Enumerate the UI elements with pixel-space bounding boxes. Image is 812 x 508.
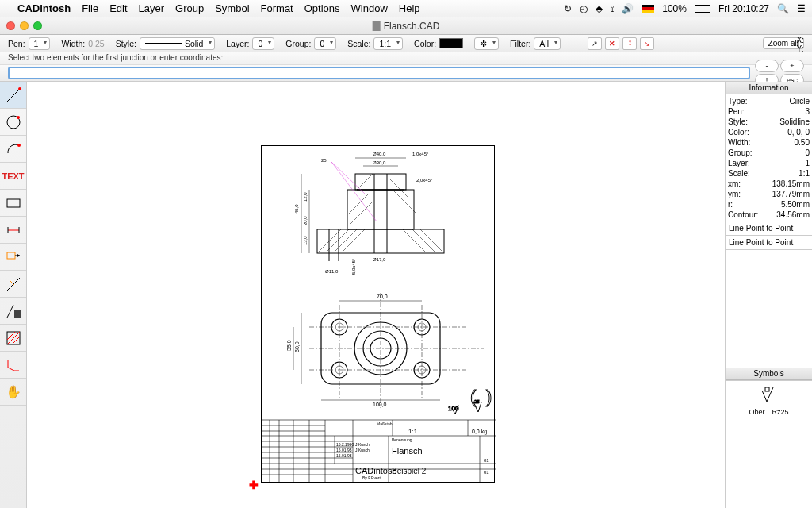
pen-label: Pen: xyxy=(8,39,25,48)
info-table: Type:CirclePen:3Style:SolidlineColor:0, … xyxy=(726,94,812,221)
tool-palette: TEXT ✋ xyxy=(0,82,27,508)
gear-select[interactable]: ✲ xyxy=(474,37,499,50)
symbols-header: Symbols xyxy=(726,368,812,380)
erase-tool[interactable] xyxy=(0,298,26,325)
hatch-tool[interactable] xyxy=(0,325,26,352)
close-icon[interactable] xyxy=(6,21,15,30)
arc-tool[interactable] xyxy=(0,136,26,163)
snap-icon-1[interactable]: ↗ xyxy=(588,37,602,50)
info-row: ym:137.79mm xyxy=(728,189,810,199)
battery-icon[interactable] xyxy=(695,5,710,13)
svg-rect-19 xyxy=(317,229,444,253)
clock-label[interactable]: Fri 20:10:27 xyxy=(718,3,769,14)
svg-line-34 xyxy=(403,229,425,252)
menu-group[interactable]: Group xyxy=(175,2,204,14)
dim-h35: 35,0 xyxy=(286,340,292,351)
info-row: Layer:1 xyxy=(728,158,810,168)
geom-list-item[interactable]: Line Point to Point xyxy=(726,236,812,250)
tb-company: CADintosh xyxy=(355,466,397,475)
rect-tool[interactable] xyxy=(0,190,26,217)
pen-select[interactable]: 1 xyxy=(29,37,51,50)
width-value: 0.25 xyxy=(88,39,104,48)
tb-subtitle: By F.Evert xyxy=(362,475,381,480)
svg-point-3 xyxy=(17,116,20,119)
menu-format[interactable]: Format xyxy=(261,2,293,14)
spotlight-icon[interactable]: 🔍 xyxy=(777,3,789,14)
group-label: Group: xyxy=(285,39,311,48)
info-row: Pen:3 xyxy=(728,106,810,117)
pan-tool[interactable]: ✋ xyxy=(0,379,26,406)
battery-label[interactable]: 100% xyxy=(662,3,687,14)
text-tool[interactable]: TEXT xyxy=(0,163,26,190)
dim-d40: Ø40,0 xyxy=(373,152,386,156)
move-tool[interactable] xyxy=(0,244,26,271)
svg-point-1 xyxy=(18,87,21,90)
snap-icon-3[interactable]: ↘ xyxy=(640,37,654,50)
menu-layer[interactable]: Layer xyxy=(139,2,165,14)
sync-icon[interactable]: ↻ xyxy=(564,3,572,14)
style-select[interactable]: Solid xyxy=(140,37,215,50)
clock-icon[interactable]: ◴ xyxy=(580,3,588,14)
tb-scale: 1:1 xyxy=(408,428,418,435)
surf-25: 25 xyxy=(321,158,327,163)
dropbox-icon[interactable]: ⬘ xyxy=(596,3,603,14)
geom-list-item[interactable]: Line Point to Point xyxy=(726,221,812,236)
volume-icon[interactable]: 🔊 xyxy=(622,3,634,14)
app-menu[interactable]: CADintosh xyxy=(17,2,71,14)
plus-button[interactable]: + xyxy=(780,60,804,72)
drawing-sheet: Ø40,0 Ø30,0 1,0x45° 2,0x45° 45,0 12,0 20… xyxy=(261,145,495,483)
wifi-icon[interactable]: ⟟ xyxy=(611,3,614,14)
chamfer-tool[interactable] xyxy=(0,352,26,379)
svg-rect-14 xyxy=(14,310,21,318)
color-swatch[interactable] xyxy=(439,38,463,48)
menu-window[interactable]: Window xyxy=(351,2,388,14)
flag-icon[interactable] xyxy=(642,5,654,13)
menu-symbol[interactable]: Symbol xyxy=(215,2,249,14)
snap-icon-2[interactable]: ⟟ xyxy=(622,37,637,50)
info-row: r:5.50mm xyxy=(728,199,810,210)
trim-tool[interactable] xyxy=(0,271,26,298)
dim-h12: 12,0 xyxy=(303,192,308,202)
cancel-icon[interactable]: ✕ xyxy=(605,37,619,50)
menu-file[interactable]: File xyxy=(82,2,98,14)
svg-line-36 xyxy=(389,178,408,198)
tb-rev: 01 xyxy=(484,458,489,463)
filter-label: Filter: xyxy=(510,39,530,48)
layer-label: Layer: xyxy=(226,39,249,48)
toolbar: Pen: 1 Width: 0.25 Style: Solid Layer: 0… xyxy=(0,35,812,52)
menu-options[interactable]: Options xyxy=(304,2,340,14)
svg-rect-5 xyxy=(7,199,20,207)
scale-select[interactable]: 1:1 xyxy=(373,37,403,50)
dimension-tool[interactable] xyxy=(0,217,26,244)
svg-rect-21 xyxy=(355,174,406,190)
filter-select[interactable]: All xyxy=(534,37,561,50)
dim-h60: 60,0 xyxy=(294,341,300,352)
minus-button[interactable]: - xyxy=(755,60,779,72)
menu-help[interactable]: Help xyxy=(399,2,420,14)
canvas[interactable]: Ø40,0 Ø30,0 1,0x45° 2,0x45° 45,0 12,0 20… xyxy=(27,82,725,508)
mac-menubar: CADintosh File Edit Layer Group Symbol F… xyxy=(0,0,812,17)
x-label: X: xyxy=(797,36,804,44)
maximize-icon[interactable] xyxy=(33,21,42,30)
dim-chamfer2: 2,0x45° xyxy=(416,178,433,183)
tb-date2: 15.01.93 xyxy=(336,448,352,452)
symbols-box[interactable]: Ober…Rz25 xyxy=(726,380,812,508)
dim-h13: 13,0 xyxy=(303,236,308,245)
notifications-icon[interactable]: ☰ xyxy=(797,3,806,14)
group-select[interactable]: 0 xyxy=(314,37,336,50)
menu-edit[interactable]: Edit xyxy=(109,2,127,14)
line-tool[interactable] xyxy=(0,82,26,109)
command-input[interactable] xyxy=(8,67,750,79)
svg-line-31 xyxy=(357,174,373,190)
dim-w100: 100,0 xyxy=(373,402,387,407)
info-row: xm:138.15mm xyxy=(728,179,810,189)
dim-h20: 20,0 xyxy=(303,216,308,225)
info-header: Information xyxy=(726,82,812,94)
minimize-icon[interactable] xyxy=(20,21,29,30)
layer-select[interactable]: 0 xyxy=(252,37,274,50)
tb-name: Flansch xyxy=(392,446,423,456)
circle-tool[interactable] xyxy=(0,109,26,136)
dim-w70: 70,0 xyxy=(377,294,388,299)
dim-d17: Ø17,0 xyxy=(373,257,386,262)
doc-icon xyxy=(373,21,381,31)
